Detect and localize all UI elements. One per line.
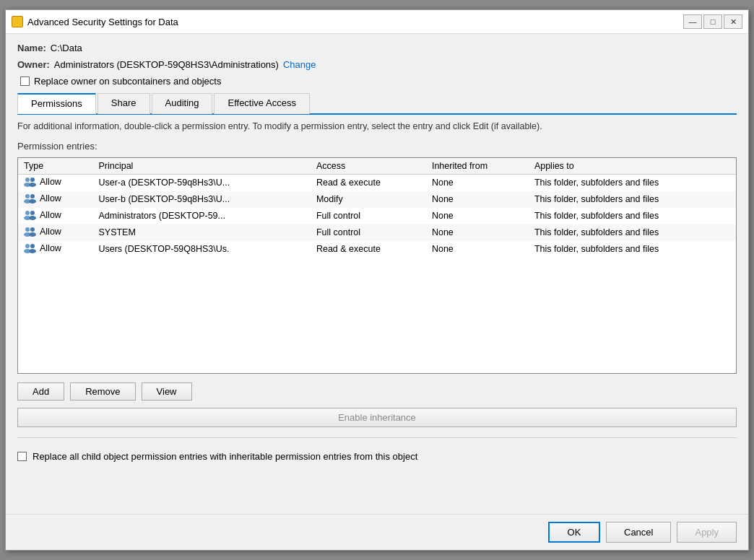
footer-checkbox-row: Replace all child object permission entr… [17, 451, 737, 462]
cell-inherited-from: None [426, 224, 529, 241]
user-group-icon [24, 227, 37, 237]
owner-value: Administrators (DESKTOP-59Q8HS3\Administ… [54, 59, 279, 70]
svg-point-14 [30, 227, 35, 232]
col-header-applies-to: Applies to [529, 158, 736, 175]
cell-access: Full control [311, 208, 426, 224]
cell-principal: Administrators (DESKTOP-59... [92, 208, 310, 224]
cell-access: Modify [311, 191, 426, 208]
window-icon [12, 16, 23, 27]
tab-auditing[interactable]: Auditing [152, 93, 213, 114]
cell-principal: SYSTEM [92, 224, 310, 241]
close-button[interactable]: ✕ [724, 14, 742, 29]
cell-type: Allow [18, 224, 92, 241]
cancel-button[interactable]: Cancel [606, 522, 671, 543]
svg-point-12 [25, 227, 30, 232]
cell-type: Allow [18, 174, 92, 191]
name-row: Name: C:\Data [17, 43, 737, 53]
maximize-button[interactable]: □ [703, 14, 722, 29]
cell-applies-to: This folder, subfolders and files [529, 174, 736, 191]
cell-access: Read & execute [311, 174, 426, 191]
main-window: Advanced Security Settings for Data — □ … [5, 9, 749, 551]
svg-point-3 [29, 183, 36, 187]
cell-principal: User-a (DESKTOP-59q8Hs3\U... [92, 174, 310, 191]
user-group-icon [24, 210, 37, 220]
add-button[interactable]: Add [17, 382, 64, 401]
svg-point-2 [30, 178, 35, 182]
svg-point-4 [25, 194, 30, 198]
cell-applies-to: This folder, subfolders and files [529, 241, 736, 258]
permissions-table: TypePrincipalAccessInherited fromApplies… [18, 158, 736, 258]
cell-principal: User-b (DESKTOP-59q8Hs3\U... [92, 191, 310, 208]
table-row[interactable]: Allow User-a (DESKTOP-59q8Hs3\U...Read &… [18, 174, 736, 191]
table-body: Allow User-a (DESKTOP-59q8Hs3\U...Read &… [18, 174, 736, 258]
tab-share[interactable]: Share [98, 93, 150, 114]
action-buttons-row: Add Remove View [17, 382, 737, 401]
col-header-type: Type [18, 158, 92, 175]
table-header-row: TypePrincipalAccessInherited fromApplies… [18, 158, 736, 175]
remove-button[interactable]: Remove [70, 382, 135, 401]
svg-point-16 [25, 244, 30, 248]
cell-access: Full control [311, 224, 426, 241]
user-group-icon [24, 193, 37, 204]
owner-label: Owner: [17, 59, 50, 70]
cell-type: Allow [18, 208, 92, 224]
change-link[interactable]: Change [283, 59, 316, 70]
user-group-icon [24, 243, 37, 253]
owner-row: Owner: Administrators (DESKTOP-59Q8HS3\A… [17, 59, 737, 70]
ok-button[interactable]: OK [548, 522, 600, 543]
svg-point-10 [30, 211, 35, 215]
cell-applies-to: This folder, subfolders and files [529, 208, 736, 224]
replace-owner-checkbox[interactable] [20, 76, 30, 86]
col-header-access: Access [311, 158, 426, 175]
svg-point-18 [30, 244, 35, 248]
tab-permissions[interactable]: Permissions [17, 93, 96, 114]
svg-point-6 [30, 194, 35, 198]
name-value: C:\Data [51, 43, 82, 53]
replace-child-checkbox[interactable] [17, 452, 27, 461]
cell-applies-to: This folder, subfolders and files [529, 224, 736, 241]
cell-type: Allow [18, 241, 92, 258]
cell-access: Read & execute [311, 241, 426, 258]
cell-inherited-from: None [426, 174, 529, 191]
dialog-buttons-row: OK Cancel Apply [6, 514, 748, 550]
tab-effective-access[interactable]: Effective Access [214, 93, 309, 114]
minimize-button[interactable]: — [683, 14, 702, 29]
table-row[interactable]: Allow User-b (DESKTOP-59q8Hs3\U...Modify… [18, 191, 736, 208]
cell-type: Allow [18, 191, 92, 208]
cell-inherited-from: None [426, 191, 529, 208]
replace-owner-label: Replace owner on subcontainers and objec… [34, 76, 221, 87]
title-bar: Advanced Security Settings for Data — □ … [6, 10, 748, 34]
apply-button[interactable]: Apply [677, 522, 737, 543]
table-row[interactable]: Allow Administrators (DESKTOP-59...Full … [18, 208, 736, 224]
replace-child-label: Replace all child object permission entr… [32, 451, 417, 462]
svg-point-11 [29, 216, 36, 220]
svg-point-15 [29, 232, 36, 237]
view-button[interactable]: View [142, 382, 192, 401]
tabs-container: PermissionsShareAuditingEffective Access [17, 92, 737, 115]
svg-point-19 [29, 249, 36, 253]
divider [17, 437, 737, 438]
enable-inheritance-button[interactable]: Enable inheritance [17, 408, 737, 427]
svg-point-8 [25, 211, 30, 215]
title-bar-controls: — □ ✕ [683, 14, 742, 29]
table-row[interactable]: Allow Users (DESKTOP-59Q8HS3\Us.Read & e… [18, 241, 736, 258]
cell-inherited-from: None [426, 208, 529, 224]
content-area: Name: C:\Data Owner: Administrators (DES… [6, 34, 748, 514]
replace-owner-row: Replace owner on subcontainers and objec… [20, 76, 737, 87]
cell-applies-to: This folder, subfolders and files [529, 191, 736, 208]
permissions-description: For additional information, double-click… [17, 121, 737, 134]
col-header-inherited-from: Inherited from [426, 158, 529, 175]
cell-inherited-from: None [426, 241, 529, 258]
name-label: Name: [17, 43, 46, 53]
svg-point-7 [29, 199, 36, 204]
permission-entries-label: Permission entries: [17, 141, 737, 152]
window-title: Advanced Security Settings for Data [27, 17, 679, 27]
table-row[interactable]: Allow SYSTEMFull controlNoneThis folder,… [18, 224, 736, 241]
svg-point-0 [25, 178, 30, 182]
col-header-principal: Principal [92, 158, 310, 175]
permissions-table-container: TypePrincipalAccessInherited fromApplies… [17, 157, 737, 374]
user-group-icon [24, 177, 37, 187]
cell-principal: Users (DESKTOP-59Q8HS3\Us. [92, 241, 310, 258]
